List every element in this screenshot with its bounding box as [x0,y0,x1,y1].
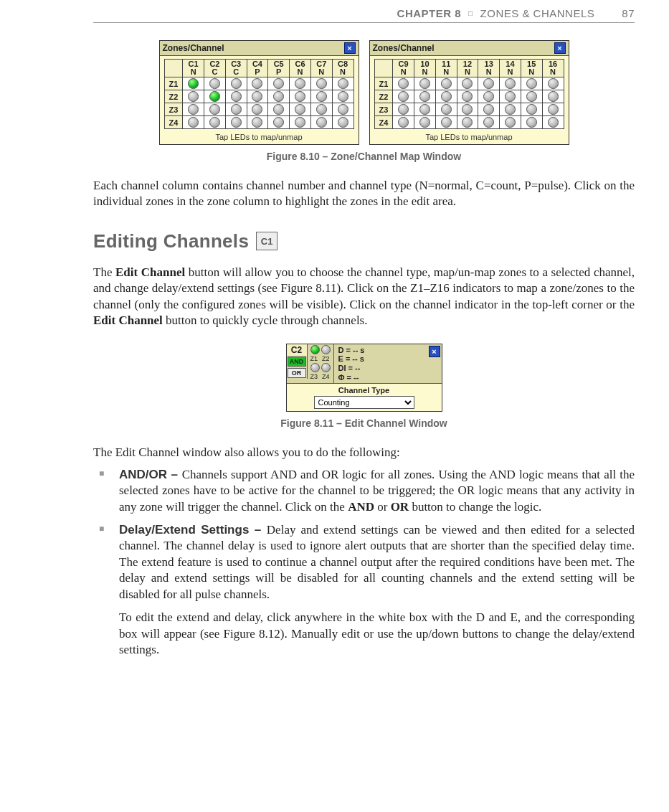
led-cell[interactable] [521,90,542,103]
and-button[interactable]: AND [288,357,306,367]
led-cell[interactable] [414,90,436,103]
led-cell[interactable] [310,90,332,103]
led-icon[interactable] [188,117,199,128]
led-icon[interactable] [526,117,537,128]
close-icon[interactable]: × [554,42,566,54]
led-icon[interactable] [316,91,327,102]
led-icon[interactable] [231,78,242,89]
led-icon[interactable] [231,104,242,115]
edit-channel-icon[interactable]: C1 [256,232,277,250]
led-icon[interactable] [188,91,199,102]
led-icon[interactable] [295,104,305,115]
led-cell[interactable] [290,90,311,103]
led-icon[interactable] [321,345,331,354]
led-cell[interactable] [225,116,247,129]
led-icon[interactable] [526,91,537,102]
led-cell[interactable] [204,103,226,116]
led-cell[interactable] [542,103,564,116]
led-cell[interactable] [310,77,332,90]
led-icon[interactable] [505,78,516,89]
led-cell[interactable] [290,103,311,116]
led-cell[interactable] [414,103,436,116]
led-icon[interactable] [273,78,284,89]
led-cell[interactable] [457,116,478,129]
led-cell[interactable] [414,77,436,90]
led-cell[interactable] [542,116,564,129]
led-cell[interactable] [183,90,204,103]
led-cell[interactable] [393,77,414,90]
led-icon[interactable] [483,91,494,102]
led-cell[interactable] [457,77,478,90]
led-icon[interactable] [441,78,452,89]
led-cell[interactable] [204,90,226,103]
led-cell[interactable] [521,103,542,116]
led-icon[interactable] [338,78,348,89]
led-cell[interactable] [225,90,247,103]
led-icon[interactable] [398,117,409,128]
led-cell[interactable] [457,90,478,103]
channel-indicator[interactable]: C2 [287,344,308,356]
led-icon[interactable] [316,117,327,128]
led-icon[interactable] [548,117,559,128]
led-cell[interactable] [247,116,268,129]
led-cell[interactable] [225,103,247,116]
zone-header[interactable]: Z1 [374,77,393,90]
led-icon[interactable] [321,363,331,372]
led-cell[interactable] [268,90,290,103]
led-cell[interactable] [393,90,414,103]
led-icon[interactable] [252,117,262,128]
led-cell[interactable] [478,77,500,90]
led-icon[interactable] [526,78,537,89]
led-cell[interactable] [500,90,521,103]
zone-header[interactable]: Z4 [374,116,393,129]
led-icon[interactable] [209,78,220,89]
led-icon[interactable] [419,78,430,89]
led-cell[interactable] [414,116,436,129]
led-cell[interactable] [393,103,414,116]
led-cell[interactable] [393,116,414,129]
led-icon[interactable] [462,78,473,89]
led-icon[interactable] [483,117,494,128]
led-cell[interactable] [247,103,268,116]
led-cell[interactable] [435,116,457,129]
led-icon[interactable] [441,104,452,115]
led-icon[interactable] [310,345,320,354]
led-icon[interactable] [252,104,262,115]
led-cell[interactable] [268,77,290,90]
led-icon[interactable] [231,117,242,128]
led-icon[interactable] [548,104,559,115]
led-cell[interactable] [247,77,268,90]
led-icon[interactable] [505,91,516,102]
close-icon[interactable]: × [429,346,440,357]
led-icon[interactable] [462,104,473,115]
led-icon[interactable] [398,104,409,115]
led-icon[interactable] [419,117,430,128]
led-icon[interactable] [483,78,494,89]
led-cell[interactable] [204,77,226,90]
led-cell[interactable] [332,77,354,90]
led-cell[interactable] [542,77,564,90]
led-icon[interactable] [441,117,452,128]
led-icon[interactable] [188,78,199,89]
led-icon[interactable] [209,117,220,128]
close-icon[interactable]: × [344,42,356,54]
led-cell[interactable] [332,90,354,103]
led-icon[interactable] [338,91,348,102]
led-icon[interactable] [419,91,430,102]
led-icon[interactable] [505,104,516,115]
led-icon[interactable] [209,104,220,115]
led-icon[interactable] [209,91,220,102]
led-cell[interactable] [183,116,204,129]
led-cell[interactable] [310,116,332,129]
led-cell[interactable] [204,116,226,129]
led-cell[interactable] [435,103,457,116]
led-cell[interactable] [478,103,500,116]
zone-header[interactable]: Z3 [164,103,183,116]
channel-type-select[interactable]: Counting [314,396,414,409]
led-cell[interactable] [225,77,247,90]
led-icon[interactable] [483,104,494,115]
led-icon[interactable] [188,104,199,115]
and-or-toggle[interactable]: AND OR [287,356,308,379]
zone-header[interactable]: Z4 [164,116,183,129]
delay-extend-values[interactable]: D = -- s E = -- s DI = -- Φ = -- [334,344,427,384]
